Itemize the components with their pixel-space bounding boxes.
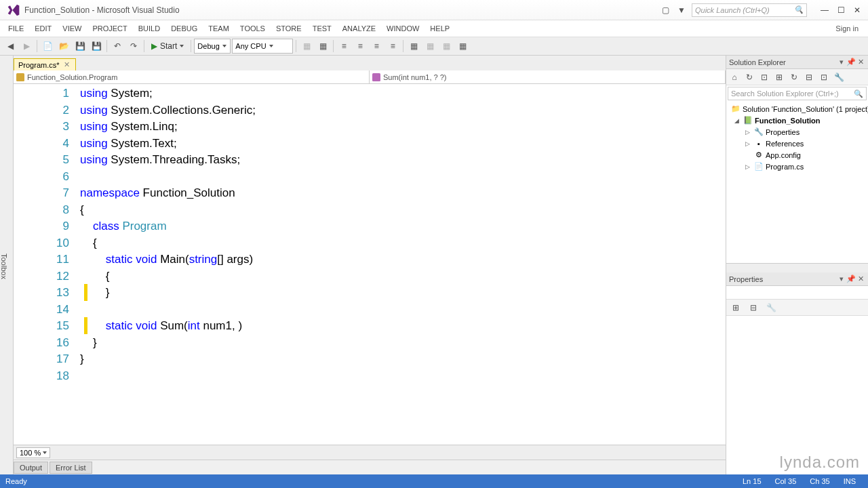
sign-in-link[interactable]: Sign in bbox=[829, 24, 865, 33]
toolbar-button[interactable]: ⊟ bbox=[802, 70, 816, 84]
properties-header: Properties ▾ 📌 ✕ bbox=[726, 272, 868, 286]
vs-logo-icon bbox=[7, 3, 20, 17]
search-icon: 🔍 bbox=[794, 5, 804, 14]
panel-menu-button[interactable]: ▾ bbox=[837, 274, 846, 283]
tree-references-node[interactable]: ▷ ▪ References bbox=[726, 138, 868, 149]
categorized-button[interactable]: ⊞ bbox=[729, 301, 743, 314]
type-dropdown[interactable]: Function_Solution.Program bbox=[14, 70, 370, 83]
tree-appconfig-node[interactable]: ⚙ App.config bbox=[726, 149, 868, 161]
toolbar-button[interactable]: ≡ bbox=[336, 39, 351, 54]
panel-close-button[interactable]: ✕ bbox=[856, 58, 865, 66]
properties-button[interactable]: 🔧 bbox=[832, 70, 846, 84]
open-file-button[interactable]: 📂 bbox=[56, 39, 71, 54]
menu-file[interactable]: FILE bbox=[3, 22, 29, 35]
toolbar-button[interactable]: ⊡ bbox=[817, 70, 831, 84]
toolbar-button[interactable]: ⊡ bbox=[757, 70, 771, 84]
toolbar-button[interactable]: ≡ bbox=[353, 39, 368, 54]
solution-icon: 📁 bbox=[731, 104, 741, 114]
properties-toolbar: ⊞ ⊟ 🔧 bbox=[726, 300, 868, 316]
tab-close-button[interactable]: ✕ bbox=[62, 60, 71, 69]
window-title: Function_Solution - Microsoft Visual Stu… bbox=[24, 5, 659, 15]
output-tab[interactable]: Output bbox=[14, 462, 48, 474]
config-dropdown[interactable]: Debug bbox=[194, 39, 231, 54]
tree-properties-node[interactable]: ▷ 🔧 Properties bbox=[726, 126, 868, 138]
menu-debug[interactable]: DEBUG bbox=[165, 22, 203, 35]
menu-test[interactable]: TEST bbox=[307, 22, 337, 35]
member-dropdown[interactable]: Sum(int num1, ? ?) bbox=[370, 70, 726, 83]
feedback-icon[interactable]: ▢ bbox=[659, 4, 671, 16]
class-icon bbox=[16, 73, 24, 81]
toolbox-tab[interactable]: Toolbox bbox=[0, 56, 14, 474]
start-button[interactable]: ▶ Start bbox=[147, 39, 188, 54]
main-toolbar: ◀ ▶ 📄 📂 💾 💾 ↶ ↷ ▶ Start Debug Any CPU ▦ … bbox=[0, 37, 868, 56]
watermark: lynda.com bbox=[780, 453, 860, 472]
toolbar-button[interactable]: ▦ bbox=[439, 39, 454, 54]
property-pages-button[interactable]: 🔧 bbox=[764, 301, 778, 314]
toolbar-button[interactable]: ▦ bbox=[406, 39, 421, 54]
menu-team[interactable]: TEAM bbox=[203, 22, 235, 35]
status-ch: Ch 35 bbox=[810, 477, 829, 485]
solution-search-input[interactable]: Search Solution Explorer (Ctrl+;) 🔍 bbox=[728, 87, 867, 100]
home-button[interactable]: ⌂ bbox=[728, 70, 741, 84]
references-icon: ▪ bbox=[754, 139, 764, 148]
code-editor[interactable]: 123456789101112131415161718 using System… bbox=[14, 84, 726, 445]
csproj-icon: 📗 bbox=[743, 116, 753, 125]
toolbar-button[interactable]: ▦ bbox=[422, 39, 437, 54]
solution-explorer-toolbar: ⌂ ↻ ⊡ ⊞ ↻ ⊟ ⊡ 🔧 bbox=[726, 69, 868, 85]
undo-button[interactable]: ↶ bbox=[110, 39, 125, 54]
menu-window[interactable]: WINDOW bbox=[381, 22, 425, 35]
notifications-icon[interactable]: ▼ bbox=[675, 4, 688, 16]
scroll-bar[interactable] bbox=[726, 263, 868, 272]
menu-build[interactable]: BUILD bbox=[133, 22, 165, 35]
panel-pin-button[interactable]: 📌 bbox=[846, 58, 856, 66]
menu-tools[interactable]: TOOLS bbox=[235, 22, 271, 35]
minimize-button[interactable]: — bbox=[816, 4, 833, 16]
toolbar-button[interactable]: ⊞ bbox=[772, 70, 786, 84]
menu-edit[interactable]: EDIT bbox=[29, 22, 57, 35]
toolbar-button[interactable]: ▦ bbox=[315, 39, 330, 54]
solution-tree[interactable]: 📁 Solution 'Function_Solution' (1 projec… bbox=[726, 102, 868, 263]
tree-project-node[interactable]: ◢ 📗 Function_Solution bbox=[726, 115, 868, 126]
nav-forward-button[interactable]: ▶ bbox=[19, 39, 34, 54]
quick-launch-input[interactable]: Quick Launch (Ctrl+Q) 🔍 bbox=[692, 3, 807, 17]
toolbar-button[interactable]: ↻ bbox=[787, 70, 801, 84]
tree-solution-node[interactable]: 📁 Solution 'Function_Solution' (1 projec… bbox=[726, 103, 868, 115]
document-tabs: Program.cs* ✕ bbox=[14, 56, 726, 70]
svg-rect-1 bbox=[372, 73, 380, 81]
save-button[interactable]: 💾 bbox=[73, 39, 87, 54]
file-tab-program[interactable]: Program.cs* ✕ bbox=[14, 58, 76, 70]
toolbar-button[interactable]: ≡ bbox=[385, 39, 400, 54]
panel-pin-button[interactable]: 📌 bbox=[846, 274, 856, 283]
menu-view[interactable]: VIEW bbox=[57, 22, 87, 35]
toolbar-button[interactable]: ↻ bbox=[743, 70, 756, 84]
tree-programcs-node[interactable]: ▷ 📄 Program.cs bbox=[726, 161, 868, 172]
nav-back-button[interactable]: ◀ bbox=[3, 39, 18, 54]
cs-file-icon: 📄 bbox=[754, 162, 764, 171]
redo-button[interactable]: ↷ bbox=[126, 39, 141, 54]
error-list-tab[interactable]: Error List bbox=[50, 462, 92, 474]
new-project-button[interactable]: 📄 bbox=[40, 39, 55, 54]
search-icon: 🔍 bbox=[854, 89, 863, 98]
panel-menu-button[interactable]: ▾ bbox=[837, 58, 846, 66]
maximize-button[interactable]: ☐ bbox=[833, 4, 849, 16]
save-all-button[interactable]: 💾 bbox=[89, 39, 104, 54]
zoom-dropdown[interactable]: 100 % bbox=[16, 447, 50, 458]
menu-project[interactable]: PROJECT bbox=[87, 22, 132, 35]
menu-help[interactable]: HELP bbox=[425, 22, 455, 35]
status-line: Ln 15 bbox=[743, 477, 762, 485]
line-gutter: 123456789101112131415161718 bbox=[14, 84, 75, 445]
alphabetical-button[interactable]: ⊟ bbox=[747, 301, 760, 314]
toolbar-button[interactable]: ≡ bbox=[369, 39, 384, 54]
status-col: Col 35 bbox=[775, 477, 797, 485]
close-button[interactable]: ✕ bbox=[849, 4, 865, 16]
properties-grid bbox=[726, 316, 868, 474]
toolbar-button[interactable]: ▦ bbox=[299, 39, 314, 54]
platform-dropdown[interactable]: Any CPU bbox=[232, 39, 293, 54]
toolbar-button[interactable]: ▦ bbox=[455, 39, 470, 54]
panel-close-button[interactable]: ✕ bbox=[856, 274, 865, 283]
menu-analyze[interactable]: ANALYZE bbox=[337, 22, 381, 35]
fold-margin[interactable] bbox=[75, 84, 80, 445]
menu-store[interactable]: STORE bbox=[271, 22, 307, 35]
properties-object-dropdown[interactable] bbox=[726, 286, 868, 300]
play-icon: ▶ bbox=[151, 41, 157, 51]
